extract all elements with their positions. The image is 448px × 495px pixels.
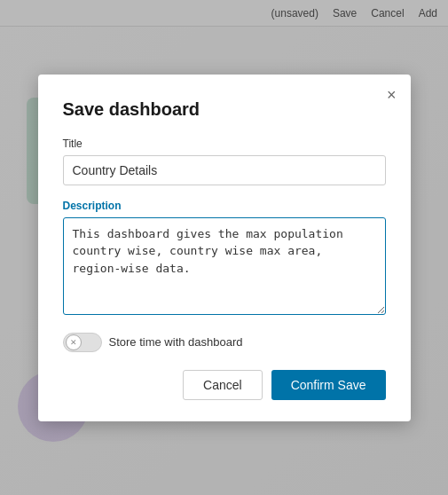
toggle-container: ✕ Store time with dashboard — [63, 333, 386, 352]
toggle-x-icon: ✕ — [70, 338, 77, 347]
modal-close-button[interactable]: × — [387, 87, 397, 103]
title-field-label: Title — [63, 138, 386, 150]
toggle-thumb: ✕ — [66, 334, 82, 350]
cancel-button[interactable]: Cancel — [183, 370, 263, 400]
title-input[interactable] — [63, 155, 386, 185]
confirm-save-button[interactable]: Confirm Save — [271, 370, 386, 400]
save-dashboard-modal: × Save dashboard Title Description This … — [38, 75, 411, 421]
modal-wrapper: × Save dashboard Title Description This … — [0, 0, 448, 495]
description-field-label: Description — [63, 200, 386, 212]
modal-title: Save dashboard — [63, 99, 386, 120]
modal-footer: Cancel Confirm Save — [63, 370, 386, 400]
toggle-label: Store time with dashboard — [109, 335, 243, 349]
store-time-toggle[interactable]: ✕ — [63, 333, 102, 352]
description-textarea[interactable]: This dashboard gives the max population … — [63, 217, 386, 315]
